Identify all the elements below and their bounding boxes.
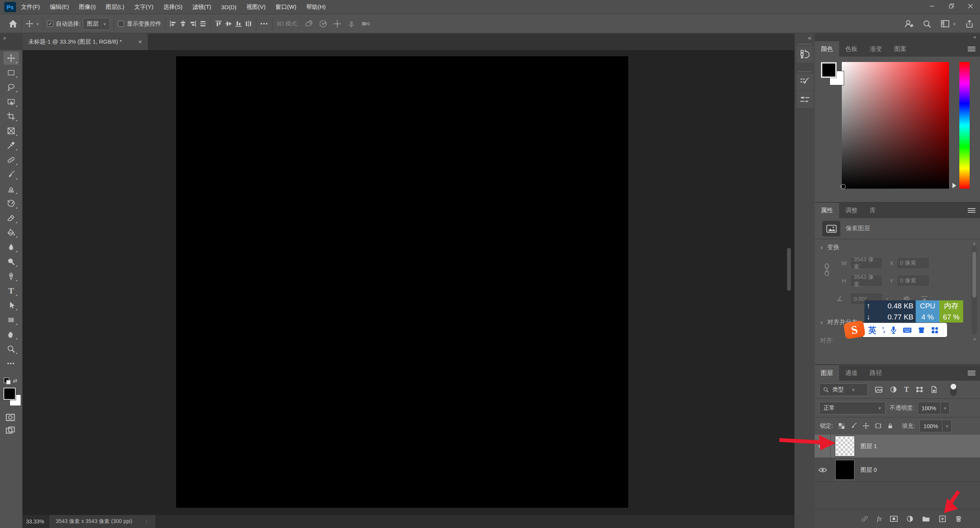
filter-adjustment-layers-button[interactable] [890,386,897,393]
link-dimensions-icon[interactable] [824,263,830,276]
tab-libraries[interactable]: 库 [864,203,882,218]
edit-toolbar-button[interactable]: ••• [3,357,19,370]
color-panel-menu-button[interactable] [968,41,980,57]
layer-thumbnail[interactable] [835,436,854,456]
screen-mode-button[interactable] [5,426,15,436]
expand-panels-button[interactable]: « [795,34,815,41]
crop-tool[interactable] [3,110,19,123]
tab-adjustments[interactable]: 调整 [839,203,864,218]
filter-shape-layers-button[interactable] [916,386,923,393]
align-horizontal-centers-button[interactable] [179,20,187,28]
brushes-panel-button[interactable] [796,91,813,108]
spot-healing-brush-tool[interactable] [3,153,19,166]
restore-button[interactable] [942,0,961,12]
brush-tool[interactable] [3,168,19,181]
tab-gradients[interactable]: 渐变 [864,41,888,57]
fill-field[interactable]: 100% [920,420,942,432]
menu-file[interactable]: 文件(F) [16,3,45,11]
menu-window[interactable]: 窗口(W) [271,3,301,11]
eraser-tool[interactable] [3,212,19,225]
properties-panel-menu-button[interactable] [968,203,980,218]
tool-preset-move[interactable]: ∨ [26,20,39,28]
document-tab[interactable]: 未标题-1 @ 33.3% (图层 1, RGB/8) * × [23,34,148,50]
paint-bucket-tool[interactable] [3,226,19,239]
link-layers-button[interactable] [861,515,869,523]
workspace-switcher-button[interactable]: ∨ [941,19,956,28]
layer-name[interactable]: 图层 0 [861,466,877,474]
opacity-dropdown-arrow[interactable]: ∨ [941,402,950,414]
filter-smart-objects-button[interactable] [930,386,938,393]
delete-layer-button[interactable] [955,515,962,523]
menu-help[interactable]: 帮助(H) [301,3,331,11]
layer-thumbnail[interactable] [835,460,854,480]
align-bottom-edges-button[interactable] [235,20,242,28]
layer-filter-dropdown[interactable]: 类型 ∨ [819,383,868,396]
filter-pixel-layers-button[interactable] [875,386,883,394]
tab-swatches[interactable]: 色板 [839,41,864,57]
ime-punctuation-toggle[interactable]: ’, [882,326,884,334]
tab-patterns[interactable]: 图案 [888,41,913,57]
color-picker-cursor[interactable] [841,184,846,189]
align-left-edges-button[interactable] [169,20,177,28]
clone-stamp-tool[interactable] [3,183,19,196]
frame-tool[interactable] [3,124,19,137]
zoom-level[interactable]: 33.33% [26,518,44,525]
menu-layer[interactable]: 图层(L) [101,3,129,11]
auto-select-checkbox[interactable]: ✓ [47,21,53,27]
saturation-brightness-field[interactable] [842,62,949,189]
blur-tool[interactable] [3,241,19,254]
default-colors-button[interactable] [4,378,9,383]
menu-type[interactable]: 文字(Y) [129,3,158,11]
layer-style-button[interactable]: fx [877,515,882,522]
menu-filter[interactable]: 滤镜(T) [188,3,216,11]
dodge-tool[interactable] [3,255,19,268]
layer-visibility-toggle[interactable] [815,458,831,481]
menu-edit[interactable]: 编辑(E) [45,3,74,11]
minimize-button[interactable] [923,0,942,12]
search-icon[interactable] [923,20,931,28]
show-transform-checkbox[interactable] [118,21,124,27]
opacity-field[interactable]: 100% [918,402,941,414]
share-user-button[interactable] [904,19,913,28]
rectangle-tool[interactable] [3,313,19,326]
move-tool[interactable] [3,52,19,65]
layer-visibility-toggle[interactable] [815,435,831,458]
more-align-options-button[interactable]: ••• [260,21,268,27]
ime-toolbox-button[interactable] [931,326,939,334]
type-tool[interactable]: T [3,284,19,297]
blend-mode-dropdown[interactable]: 正常 ∨ [819,402,885,414]
pen-tool[interactable] [3,270,19,283]
foreground-color-swatch[interactable] [821,62,836,78]
close-button[interactable] [961,0,980,12]
rectangular-marquee-tool[interactable] [3,66,19,79]
sogou-logo[interactable]: S [843,320,866,339]
new-group-button[interactable] [922,515,930,523]
tab-layers[interactable]: 图层 [815,365,839,381]
eyedropper-tool[interactable] [3,139,19,152]
tab-color[interactable]: 颜色 [815,41,839,57]
lock-transparency-button[interactable] [838,423,845,429]
fill-dropdown-arrow[interactable]: ∨ [942,420,952,432]
canvas-vertical-scrollbar[interactable] [787,248,791,291]
history-panel-button[interactable] [796,46,813,63]
layers-panel-menu-button[interactable] [968,365,980,381]
align-vertical-centers-button[interactable] [225,20,232,28]
new-adjustment-layer-button[interactable] [906,515,914,523]
distribute-horizontal-button[interactable] [199,20,207,28]
share-export-button[interactable] [965,20,974,28]
zoom-tool[interactable] [3,342,19,355]
tab-paths[interactable]: 路径 [864,365,888,381]
filter-toggle-switch[interactable] [950,383,957,396]
document-size-field[interactable]: 3543 像素 x 3543 像素 (300 ppi) 〉 [49,515,155,528]
lasso-tool[interactable] [3,81,19,94]
menu-view[interactable]: 视图(V) [242,3,271,11]
lock-all-button[interactable] [887,423,893,429]
menu-select[interactable]: 选择(S) [158,3,188,11]
properties-scrollbar[interactable]: ∧ [972,246,977,334]
ime-skin-button[interactable] [918,326,925,334]
tab-properties[interactable]: 属性 [815,203,839,218]
ime-language-toggle[interactable]: 英 [868,325,876,336]
ime-voice-button[interactable] [890,326,897,334]
swap-colors-button[interactable]: ⇄ [13,378,18,384]
filter-type-layers-button[interactable]: T [904,386,909,394]
